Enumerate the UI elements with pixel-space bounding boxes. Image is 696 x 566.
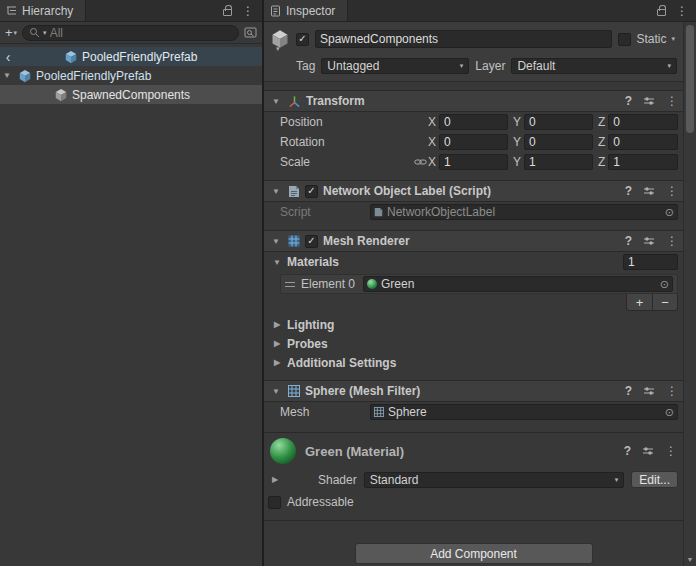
kebab-menu-icon[interactable]: ⋮ bbox=[676, 4, 688, 18]
foldout-open-icon[interactable]: ▼ bbox=[269, 387, 283, 396]
header-actions: ? ⋮ bbox=[625, 234, 678, 248]
presets-icon[interactable] bbox=[643, 385, 655, 397]
layer-dropdown[interactable]: Default ▾ bbox=[511, 58, 677, 74]
shader-label: Shader bbox=[318, 473, 357, 487]
position-row: Position X Y Z bbox=[264, 112, 683, 132]
position-x-field[interactable] bbox=[439, 114, 508, 130]
materials-count-field[interactable] bbox=[623, 254, 678, 270]
foldout-open-icon[interactable]: ▼ bbox=[269, 187, 283, 196]
foldout-open-icon[interactable]: ▼ bbox=[0, 71, 14, 80]
mesh-filter-icon bbox=[288, 385, 300, 397]
scale-x-field[interactable] bbox=[439, 154, 508, 170]
foldout-open-icon[interactable]: ▼ bbox=[269, 97, 283, 106]
mesh-renderer-header[interactable]: ▼ ✓ Mesh Renderer ? ⋮ bbox=[264, 230, 683, 252]
help-icon[interactable]: ? bbox=[624, 444, 631, 458]
gameobject-icon-button[interactable]: ▾ bbox=[270, 29, 290, 49]
static-checkbox[interactable] bbox=[618, 33, 631, 46]
mesh-object-field[interactable]: Sphere ⊙ bbox=[370, 404, 678, 420]
object-picker-icon[interactable]: ⊙ bbox=[660, 278, 669, 291]
kebab-menu-icon[interactable]: ⋮ bbox=[666, 384, 678, 398]
object-picker-icon[interactable]: ⊙ bbox=[665, 206, 674, 219]
kebab-menu-icon[interactable]: ⋮ bbox=[242, 4, 254, 18]
active-checkbox[interactable]: ✓ bbox=[296, 33, 309, 46]
help-icon[interactable]: ? bbox=[625, 384, 632, 398]
material-object-field[interactable]: Green ⊙ bbox=[363, 276, 673, 292]
add-component-button[interactable]: Add Component bbox=[355, 543, 593, 564]
hierarchy-toolbar: + ▾ ▾ bbox=[0, 22, 262, 44]
probes-foldout[interactable]: ▶ Probes bbox=[264, 334, 683, 353]
create-object-button[interactable]: + ▾ bbox=[5, 25, 17, 40]
rotation-x-field[interactable] bbox=[439, 134, 508, 150]
hierarchy-search-box[interactable]: ▾ bbox=[22, 25, 239, 41]
edit-shader-button[interactable]: Edit... bbox=[631, 471, 678, 488]
lock-icon[interactable] bbox=[657, 9, 666, 16]
scale-y-field[interactable] bbox=[524, 154, 593, 170]
position-z-field[interactable] bbox=[608, 114, 678, 130]
presets-icon[interactable] bbox=[643, 95, 655, 107]
gameobject-name-row: ▾ ✓ Static ▾ bbox=[270, 27, 677, 51]
materials-row[interactable]: ▼ Materials bbox=[264, 252, 683, 272]
component-enabled-checkbox[interactable]: ✓ bbox=[305, 185, 318, 198]
gameobject-name-field[interactable] bbox=[315, 30, 612, 48]
rotation-z-field[interactable] bbox=[608, 134, 678, 150]
scroll-down-arrow-icon[interactable]: ▼ bbox=[684, 553, 696, 566]
presets-icon[interactable] bbox=[642, 445, 654, 457]
plus-icon: + bbox=[5, 25, 13, 40]
scale-z-field[interactable] bbox=[608, 154, 678, 170]
scale-row: Scale X Y Z bbox=[264, 152, 683, 172]
kebab-menu-icon[interactable]: ⋮ bbox=[666, 234, 678, 248]
tree-item-spawned-components[interactable]: SpawnedComponents bbox=[0, 85, 262, 104]
object-picker-icon[interactable]: ⊙ bbox=[665, 406, 674, 419]
static-group: Static ▾ bbox=[618, 32, 677, 46]
back-arrow-icon[interactable]: ‹ bbox=[0, 49, 16, 65]
additional-settings-foldout[interactable]: ▶ Additional Settings bbox=[264, 353, 683, 372]
component-title: Mesh Renderer bbox=[323, 234, 410, 248]
material-sphere-icon bbox=[367, 279, 377, 289]
add-element-button[interactable]: + bbox=[627, 294, 652, 310]
kebab-menu-icon[interactable]: ⋮ bbox=[666, 184, 678, 198]
tree-item-prefab-root[interactable]: ▼ PooledFriendlyPrefab bbox=[0, 66, 262, 85]
addressable-checkbox[interactable] bbox=[268, 496, 281, 509]
drag-handle-icon[interactable] bbox=[285, 282, 295, 287]
shader-dropdown[interactable]: Standard ▾ bbox=[364, 472, 625, 488]
foldout-label: Probes bbox=[287, 337, 328, 351]
kebab-menu-icon[interactable]: ⋮ bbox=[666, 94, 678, 108]
scrollbar-thumb[interactable] bbox=[686, 25, 694, 133]
prefab-stage-header-row[interactable]: ‹ PooledFriendlyPrefab bbox=[0, 47, 262, 66]
search-input[interactable] bbox=[50, 26, 232, 40]
tab-inspector[interactable]: Inspector bbox=[264, 0, 348, 21]
material-element-row[interactable]: Element 0 Green ⊙ bbox=[280, 274, 678, 294]
help-icon[interactable]: ? bbox=[625, 184, 632, 198]
script-object-field[interactable]: NetworkObjectLabel ⊙ bbox=[370, 204, 678, 220]
lock-icon[interactable] bbox=[223, 9, 232, 16]
search-filter-chevron-icon[interactable]: ▾ bbox=[43, 29, 47, 37]
help-icon[interactable]: ? bbox=[625, 234, 632, 248]
foldout-closed-icon[interactable]: ▶ bbox=[268, 475, 282, 484]
inspector-scrollbar[interactable]: ▼ bbox=[683, 22, 696, 566]
header-actions: ? ⋮ bbox=[625, 384, 678, 398]
constrain-proportions-toggle[interactable] bbox=[412, 157, 428, 167]
material-header[interactable]: Green (Material) ? ⋮ bbox=[264, 433, 683, 469]
presets-icon[interactable] bbox=[643, 185, 655, 197]
foldout-open-icon[interactable]: ▼ bbox=[269, 237, 283, 246]
tag-dropdown[interactable]: Untagged ▾ bbox=[321, 58, 469, 74]
position-y-field[interactable] bbox=[524, 114, 593, 130]
foldout-open-icon[interactable]: ▼ bbox=[270, 258, 284, 267]
mesh-filter-header[interactable]: ▼ Sphere (Mesh Filter) ? ⋮ bbox=[264, 380, 683, 402]
script-component-header[interactable]: ▼ ✓ Network Object Label (Script) ? ⋮ bbox=[264, 180, 683, 202]
help-icon[interactable]: ? bbox=[625, 94, 632, 108]
script-icon bbox=[288, 185, 300, 198]
transform-header[interactable]: ▼ Transform ? ⋮ bbox=[264, 90, 683, 112]
check-icon: ✓ bbox=[307, 236, 315, 246]
presets-icon[interactable] bbox=[643, 235, 655, 247]
materials-label: Materials bbox=[287, 255, 339, 269]
static-flags-chevron-icon[interactable]: ▾ bbox=[671, 35, 675, 43]
scene-picking-icon[interactable] bbox=[244, 27, 257, 39]
remove-element-button[interactable]: − bbox=[652, 294, 677, 310]
rotation-y-field[interactable] bbox=[524, 134, 593, 150]
component-enabled-checkbox[interactable]: ✓ bbox=[305, 235, 318, 248]
tab-hierarchy[interactable]: Hierarchy bbox=[0, 0, 86, 21]
lighting-foldout[interactable]: ▶ Lighting bbox=[264, 315, 683, 334]
inspector-body: ▾ ✓ Static ▾ Tag Untagged ▾ bbox=[264, 22, 683, 566]
kebab-menu-icon[interactable]: ⋮ bbox=[665, 444, 677, 458]
